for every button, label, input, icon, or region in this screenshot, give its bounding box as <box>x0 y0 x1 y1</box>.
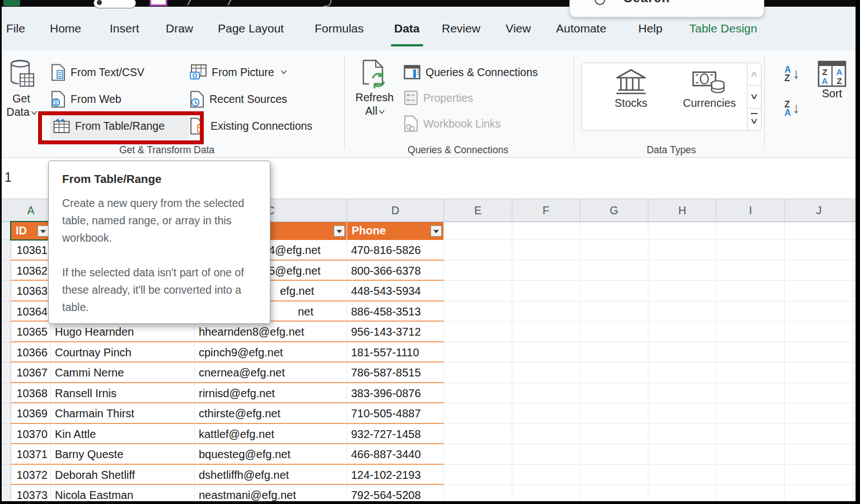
empty-cell[interactable] <box>785 465 853 486</box>
existing-connections-button[interactable]: Existing Connections <box>190 116 312 135</box>
empty-cell[interactable] <box>512 444 580 465</box>
empty-cell[interactable] <box>512 424 580 445</box>
row-header[interactable] <box>2 322 11 342</box>
row-header[interactable] <box>2 444 11 465</box>
tab-home[interactable]: Home <box>50 7 81 50</box>
cell-phone[interactable]: 710-505-4887 <box>347 403 444 424</box>
empty-cell[interactable] <box>648 444 717 465</box>
empty-cell[interactable] <box>648 403 717 424</box>
cell-id[interactable]: 10367 <box>11 362 51 383</box>
row-header[interactable] <box>2 302 11 322</box>
empty-cell[interactable] <box>853 342 856 363</box>
empty-cell[interactable] <box>785 322 853 342</box>
column-header-j[interactable]: J <box>785 199 853 222</box>
empty-cell[interactable] <box>717 362 785 383</box>
empty-cell[interactable] <box>853 424 856 445</box>
cell-phone[interactable]: 383-396-0876 <box>347 383 444 404</box>
cell-id[interactable]: 10361 <box>11 240 51 261</box>
empty-cell[interactable] <box>580 302 648 322</box>
empty-cell[interactable] <box>717 403 785 424</box>
cell-name[interactable]: Charmain Thirst <box>51 403 195 424</box>
empty-cell[interactable] <box>717 485 785 501</box>
cell-email[interactable]: dshetliffh@efg.net <box>195 465 347 486</box>
empty-cell[interactable] <box>853 261 856 281</box>
empty-cell[interactable] <box>512 302 580 322</box>
row-header[interactable] <box>2 240 11 261</box>
empty-cell[interactable] <box>648 302 717 322</box>
empty-cell[interactable] <box>580 342 648 363</box>
empty-cell[interactable] <box>512 261 580 281</box>
empty-cell[interactable] <box>717 281 785 302</box>
tab-data[interactable]: Data <box>394 7 420 50</box>
empty-cell[interactable] <box>444 424 512 445</box>
column-header-a[interactable]: A <box>11 199 51 222</box>
empty-cell[interactable] <box>717 383 785 404</box>
table-header-id[interactable]: ID <box>11 222 51 240</box>
cell-id[interactable]: 10371 <box>11 444 51 465</box>
table-header-phone[interactable]: Phone <box>347 222 444 240</box>
tab-file[interactable]: File <box>6 7 25 50</box>
empty-cell[interactable] <box>785 362 853 383</box>
empty-cell[interactable] <box>512 222 580 240</box>
empty-cell[interactable] <box>785 403 853 424</box>
cell-id[interactable]: 10370 <box>11 424 51 445</box>
empty-cell[interactable] <box>512 465 580 486</box>
recent-sources-button[interactable]: Recent Sources <box>190 90 287 109</box>
empty-cell[interactable] <box>648 465 717 486</box>
empty-cell[interactable] <box>785 342 853 363</box>
cell-email[interactable]: neastmani@efg.net <box>195 485 347 501</box>
cell-email[interactable]: cpinch9@efg.net <box>195 342 347 363</box>
row-header[interactable] <box>2 383 11 404</box>
empty-cell[interactable] <box>444 444 512 465</box>
tab-page-layout[interactable]: Page Layout <box>218 7 284 50</box>
empty-cell[interactable] <box>444 322 512 342</box>
filter-dropdown-button[interactable] <box>38 225 49 237</box>
empty-cell[interactable] <box>853 302 856 322</box>
empty-cell[interactable] <box>512 362 580 383</box>
cell-name[interactable]: Nicola Eastman <box>51 485 195 501</box>
row-header[interactable] <box>2 362 11 383</box>
cell-phone[interactable]: 800-366-6378 <box>347 261 444 281</box>
row-header[interactable] <box>2 485 11 501</box>
filter-dropdown-button[interactable] <box>431 225 442 237</box>
from-text-csv-button[interactable]: From Text/CSV <box>51 63 144 82</box>
gallery-scroll-up-button[interactable]: ∧ <box>747 63 761 86</box>
empty-cell[interactable] <box>444 465 512 486</box>
empty-cell[interactable] <box>717 465 785 486</box>
cell-email[interactable]: cthirste@efg.net <box>195 403 347 424</box>
empty-cell[interactable] <box>444 383 512 404</box>
empty-cell[interactable] <box>785 261 853 281</box>
empty-cell[interactable] <box>444 485 512 501</box>
column-header-i[interactable]: I <box>717 199 785 222</box>
empty-cell[interactable] <box>853 362 856 383</box>
empty-cell[interactable] <box>580 261 648 281</box>
empty-cell[interactable] <box>853 322 856 342</box>
empty-cell[interactable] <box>580 465 648 486</box>
cell-id[interactable]: 10372 <box>11 465 51 486</box>
queries-connections-button[interactable]: Queries & Connections <box>404 63 538 82</box>
row-header[interactable] <box>2 342 11 363</box>
data-type-stocks[interactable]: Stocks <box>592 68 670 110</box>
cell-name[interactable]: Hugo Hearnden <box>51 322 195 342</box>
empty-cell[interactable] <box>785 485 853 501</box>
cell-phone[interactable]: 124-102-2193 <box>347 465 444 486</box>
cell-phone[interactable]: 448-543-5934 <box>347 281 444 302</box>
empty-cell[interactable] <box>444 240 512 261</box>
cell-email[interactable]: cnernea@efg.net <box>195 362 347 383</box>
name-box[interactable]: 1 <box>4 170 12 185</box>
column-header-g[interactable]: G <box>580 199 648 222</box>
empty-cell[interactable] <box>717 322 785 342</box>
cell-id[interactable]: 10365 <box>11 322 51 342</box>
empty-cell[interactable] <box>512 403 580 424</box>
empty-cell[interactable] <box>444 342 512 363</box>
cell-id[interactable]: 10363 <box>11 281 51 302</box>
cell-email[interactable]: rirnisd@efg.net <box>195 383 347 404</box>
row-header[interactable] <box>2 424 11 445</box>
autosave-toggle[interactable] <box>94 0 136 8</box>
empty-cell[interactable] <box>717 222 785 240</box>
empty-cell[interactable] <box>853 403 856 424</box>
cell-name[interactable]: Courtnay Pinch <box>51 342 195 363</box>
cell-phone[interactable]: 181-557-1110 <box>347 342 444 363</box>
tab-formulas[interactable]: Formulas <box>315 7 364 50</box>
row-header[interactable] <box>2 281 11 302</box>
